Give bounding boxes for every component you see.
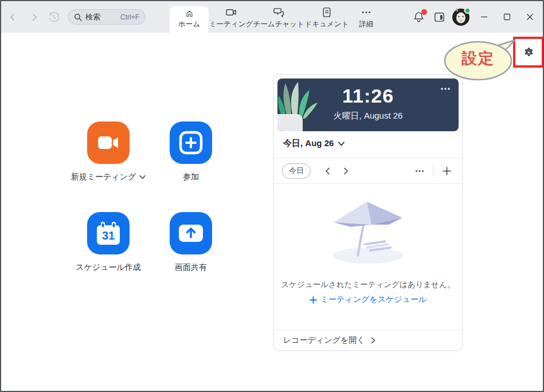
calendar-day-text: 31	[102, 229, 115, 242]
calendar-icon	[433, 11, 445, 23]
home-icon	[184, 10, 195, 18]
close-button[interactable]	[521, 9, 538, 26]
ellipsis-icon	[440, 87, 451, 91]
avatar[interactable]	[452, 9, 469, 26]
clock-time: 11:26	[277, 85, 459, 107]
tab-more[interactable]: 詳細	[350, 1, 383, 33]
clock-card: 11:26 火曜日, August 26	[277, 79, 459, 131]
calendar-button[interactable]	[432, 10, 447, 25]
clock-card-more-button[interactable]	[439, 84, 452, 93]
search-icon	[74, 13, 82, 21]
minimize-button[interactable]	[475, 9, 492, 26]
date-header-label: 今日, Aug 26	[283, 138, 334, 149]
tab-meetings[interactable]: ミーティング	[209, 1, 253, 33]
notifications-button[interactable]	[411, 10, 426, 25]
ellipsis-icon	[361, 7, 372, 18]
close-icon	[526, 13, 534, 21]
maximize-button[interactable]	[498, 9, 515, 26]
chevron-left-icon	[325, 167, 330, 175]
gear-icon	[523, 46, 535, 58]
schedule-meeting-link[interactable]: ミーティングをスケジュール	[274, 295, 462, 305]
empty-state-message: スケジュールされたミーティングはありません。	[274, 280, 462, 290]
tab-team-chat-label: チームチャット	[253, 19, 304, 29]
chevron-down-icon	[338, 142, 345, 146]
video-camera-icon	[97, 134, 120, 151]
next-day-button[interactable]	[338, 163, 353, 178]
tab-team-chat[interactable]: チームチャット	[253, 1, 304, 33]
new-meeting-button[interactable]	[87, 121, 130, 164]
status-online-dot	[464, 7, 471, 14]
forward-icon	[30, 13, 38, 21]
schedule-meeting-link-label: ミーティングをスケジュール	[320, 295, 427, 305]
clock-date: 火曜日, August 26	[277, 111, 459, 121]
history-button[interactable]	[48, 11, 60, 23]
calendar-toolbar: 今日	[274, 158, 462, 183]
back-icon	[9, 13, 17, 21]
search-input[interactable]: 検索 Ctrl+F	[68, 9, 146, 25]
main-tabs: ホーム ミーティング チームチャット	[170, 1, 383, 33]
titlebar: 検索 Ctrl+F ホーム ミーティング	[1, 1, 543, 33]
quick-action-join: 参加	[145, 121, 237, 182]
settings-button[interactable]	[515, 39, 542, 65]
home-side-panel: 11:26 火曜日, August 26 今日, Aug 26 今日	[273, 75, 463, 351]
add-meeting-button[interactable]	[439, 163, 454, 178]
schedule-label: スケジュール作成	[76, 262, 141, 273]
date-header-dropdown[interactable]: 今日, Aug 26	[283, 138, 345, 149]
annotation-label: 設定	[451, 48, 506, 69]
today-button[interactable]: 今日	[282, 163, 311, 179]
calendar-more-button[interactable]	[412, 163, 427, 178]
prev-day-button[interactable]	[320, 163, 335, 178]
search-shortcut: Ctrl+F	[120, 13, 139, 21]
today-button-label: 今日	[289, 166, 304, 176]
chevron-right-icon	[371, 337, 375, 344]
quick-action-schedule: 31 スケジュール作成	[62, 212, 154, 273]
search-placeholder: 検索	[85, 12, 100, 22]
open-recordings-row[interactable]: レコーディングを開く	[274, 330, 462, 350]
history-icon	[48, 11, 60, 23]
video-icon	[225, 7, 237, 18]
plus-icon	[443, 167, 451, 175]
tab-home-label: ホーム	[178, 19, 200, 29]
share-screen-label: 画面共有	[175, 262, 207, 273]
tab-meetings-label: ミーティング	[209, 19, 253, 29]
document-icon	[322, 7, 332, 18]
titlebar-right	[411, 1, 538, 33]
open-recordings-label: レコーディングを開く	[283, 335, 365, 346]
share-arrow-icon	[178, 224, 204, 243]
quick-action-new-meeting: 新規ミーティング	[62, 121, 154, 182]
maximize-icon	[503, 13, 511, 21]
forward-button[interactable]	[29, 11, 40, 23]
ellipsis-icon	[415, 170, 424, 173]
zoom-app-window: 検索 Ctrl+F ホーム ミーティング	[0, 0, 544, 392]
settings-highlight-box	[513, 37, 544, 68]
tab-home[interactable]: ホーム	[170, 6, 209, 33]
tab-more-label: 詳細	[359, 19, 374, 29]
umbrella-illustration	[316, 198, 420, 267]
quick-action-share-screen: 画面共有	[145, 212, 237, 273]
minimize-icon	[480, 13, 488, 21]
join-button[interactable]	[170, 121, 212, 164]
chevron-right-icon	[343, 167, 349, 175]
join-label: 参加	[183, 172, 199, 182]
calendar-31-icon: 31	[95, 221, 122, 246]
chat-icon	[273, 7, 285, 18]
new-meeting-label: 新規ミーティング	[71, 172, 136, 182]
schedule-button[interactable]: 31	[87, 212, 130, 254]
divider	[433, 165, 433, 177]
tab-docs-label: ドキュメント	[305, 19, 349, 29]
tab-docs[interactable]: ドキュメント	[304, 1, 350, 33]
meetings-empty-state: スケジュールされたミーティングはありません。 ミーティングをスケジュール	[274, 183, 462, 331]
plus-icon	[179, 131, 203, 155]
notification-badge	[421, 9, 427, 15]
back-button[interactable]	[7, 11, 18, 23]
share-screen-button[interactable]	[170, 212, 212, 254]
plus-icon	[310, 296, 317, 304]
